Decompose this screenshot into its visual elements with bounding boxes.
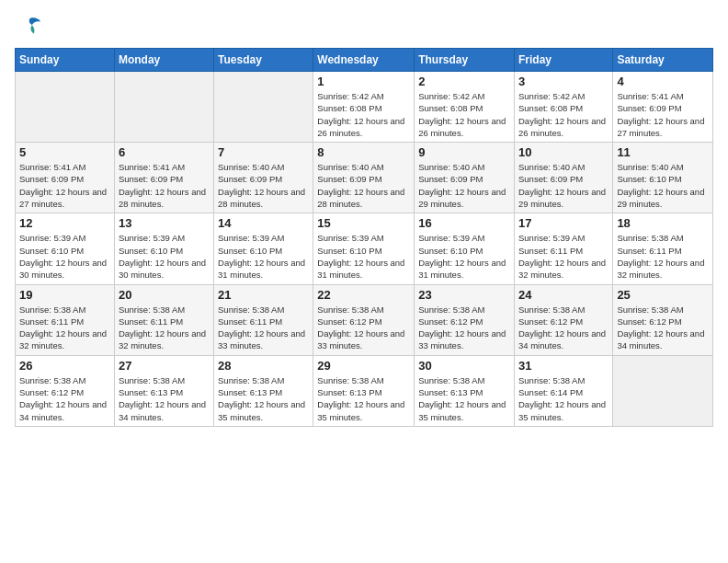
calendar-cell: 3Sunrise: 5:42 AM Sunset: 6:08 PM Daylig… <box>514 72 612 143</box>
day-info: Sunrise: 5:38 AM Sunset: 6:14 PM Dayligh… <box>518 374 609 423</box>
day-info: Sunrise: 5:38 AM Sunset: 6:11 PM Dayligh… <box>119 304 210 352</box>
col-saturday: Saturday <box>613 49 713 72</box>
day-info: Sunrise: 5:41 AM Sunset: 6:09 PM Dayligh… <box>19 161 110 210</box>
calendar-table: Sunday Monday Tuesday Wednesday Thursday… <box>15 48 713 427</box>
col-friday: Friday <box>514 49 612 72</box>
calendar-cell: 21Sunrise: 5:38 AM Sunset: 6:11 PM Dayli… <box>214 284 313 355</box>
day-number: 24 <box>518 288 609 302</box>
day-info: Sunrise: 5:39 AM Sunset: 6:10 PM Dayligh… <box>218 232 309 281</box>
day-number: 2 <box>418 75 510 88</box>
day-info: Sunrise: 5:38 AM Sunset: 6:11 PM Dayligh… <box>617 232 709 281</box>
calendar-cell: 1Sunrise: 5:42 AM Sunset: 6:08 PM Daylig… <box>313 72 415 143</box>
day-info: Sunrise: 5:38 AM Sunset: 6:12 PM Dayligh… <box>317 304 410 352</box>
calendar-cell: 18Sunrise: 5:38 AM Sunset: 6:11 PM Dayli… <box>613 213 713 284</box>
day-info: Sunrise: 5:38 AM Sunset: 6:13 PM Dayligh… <box>119 374 210 423</box>
day-number: 29 <box>317 359 410 373</box>
day-number: 20 <box>119 288 210 302</box>
day-number: 21 <box>218 288 309 302</box>
day-number: 15 <box>317 216 410 230</box>
calendar-cell: 16Sunrise: 5:39 AM Sunset: 6:10 PM Dayli… <box>415 213 515 284</box>
col-thursday: Thursday <box>415 49 515 72</box>
day-info: Sunrise: 5:38 AM Sunset: 6:12 PM Dayligh… <box>518 304 609 352</box>
day-number: 12 <box>19 216 110 230</box>
day-number: 16 <box>418 216 510 230</box>
col-sunday: Sunday <box>16 49 115 72</box>
calendar-cell: 9Sunrise: 5:40 AM Sunset: 6:09 PM Daylig… <box>415 143 515 213</box>
calendar-cell: 7Sunrise: 5:40 AM Sunset: 6:09 PM Daylig… <box>214 143 313 213</box>
calendar-cell <box>613 355 713 426</box>
calendar-week-row: 5Sunrise: 5:41 AM Sunset: 6:09 PM Daylig… <box>16 143 713 213</box>
day-number: 19 <box>19 288 110 302</box>
day-number: 13 <box>119 216 210 230</box>
calendar-cell: 19Sunrise: 5:38 AM Sunset: 6:11 PM Dayli… <box>16 284 115 355</box>
day-info: Sunrise: 5:40 AM Sunset: 6:09 PM Dayligh… <box>317 161 410 210</box>
calendar-cell: 17Sunrise: 5:39 AM Sunset: 6:11 PM Dayli… <box>514 213 612 284</box>
calendar-cell: 30Sunrise: 5:38 AM Sunset: 6:13 PM Dayli… <box>415 355 515 426</box>
col-wednesday: Wednesday <box>313 49 415 72</box>
calendar-week-row: 19Sunrise: 5:38 AM Sunset: 6:11 PM Dayli… <box>16 284 713 355</box>
day-number: 7 <box>218 145 309 159</box>
day-info: Sunrise: 5:39 AM Sunset: 6:10 PM Dayligh… <box>19 232 110 281</box>
day-info: Sunrise: 5:42 AM Sunset: 6:08 PM Dayligh… <box>317 90 410 139</box>
calendar-cell: 10Sunrise: 5:40 AM Sunset: 6:09 PM Dayli… <box>514 143 612 213</box>
day-number: 14 <box>218 216 309 230</box>
day-info: Sunrise: 5:39 AM Sunset: 6:11 PM Dayligh… <box>518 232 609 281</box>
calendar-week-row: 12Sunrise: 5:39 AM Sunset: 6:10 PM Dayli… <box>16 213 713 284</box>
day-number: 6 <box>119 145 210 159</box>
day-info: Sunrise: 5:42 AM Sunset: 6:08 PM Dayligh… <box>518 90 609 139</box>
calendar-cell: 20Sunrise: 5:38 AM Sunset: 6:11 PM Dayli… <box>114 284 213 355</box>
calendar-cell <box>16 72 115 143</box>
day-info: Sunrise: 5:38 AM Sunset: 6:12 PM Dayligh… <box>418 304 510 352</box>
calendar-cell: 8Sunrise: 5:40 AM Sunset: 6:09 PM Daylig… <box>313 143 415 213</box>
day-number: 17 <box>518 216 609 230</box>
day-info: Sunrise: 5:41 AM Sunset: 6:09 PM Dayligh… <box>617 90 709 139</box>
calendar-cell: 29Sunrise: 5:38 AM Sunset: 6:13 PM Dayli… <box>313 355 415 426</box>
day-info: Sunrise: 5:38 AM Sunset: 6:12 PM Dayligh… <box>617 304 709 352</box>
day-info: Sunrise: 5:39 AM Sunset: 6:10 PM Dayligh… <box>119 232 210 281</box>
day-info: Sunrise: 5:39 AM Sunset: 6:10 PM Dayligh… <box>418 232 510 281</box>
day-number: 26 <box>19 359 110 373</box>
calendar-cell: 27Sunrise: 5:38 AM Sunset: 6:13 PM Dayli… <box>114 355 213 426</box>
day-number: 18 <box>617 216 709 230</box>
calendar-week-row: 1Sunrise: 5:42 AM Sunset: 6:08 PM Daylig… <box>16 72 713 143</box>
day-info: Sunrise: 5:38 AM Sunset: 6:11 PM Dayligh… <box>19 304 110 352</box>
day-number: 22 <box>317 288 410 302</box>
day-info: Sunrise: 5:40 AM Sunset: 6:09 PM Dayligh… <box>418 161 510 210</box>
calendar-cell: 11Sunrise: 5:40 AM Sunset: 6:10 PM Dayli… <box>613 143 713 213</box>
day-number: 25 <box>617 288 709 302</box>
day-info: Sunrise: 5:40 AM Sunset: 6:09 PM Dayligh… <box>218 161 309 210</box>
calendar-cell: 13Sunrise: 5:39 AM Sunset: 6:10 PM Dayli… <box>114 213 213 284</box>
day-info: Sunrise: 5:40 AM Sunset: 6:09 PM Dayligh… <box>518 161 609 210</box>
calendar-cell: 22Sunrise: 5:38 AM Sunset: 6:12 PM Dayli… <box>313 284 415 355</box>
calendar-cell: 31Sunrise: 5:38 AM Sunset: 6:14 PM Dayli… <box>514 355 612 426</box>
day-info: Sunrise: 5:38 AM Sunset: 6:13 PM Dayligh… <box>317 374 410 423</box>
day-number: 8 <box>317 145 410 159</box>
logo <box>15 15 42 40</box>
header <box>15 15 713 40</box>
col-tuesday: Tuesday <box>214 49 313 72</box>
day-info: Sunrise: 5:41 AM Sunset: 6:09 PM Dayligh… <box>119 161 210 210</box>
day-info: Sunrise: 5:42 AM Sunset: 6:08 PM Dayligh… <box>418 90 510 139</box>
day-info: Sunrise: 5:39 AM Sunset: 6:10 PM Dayligh… <box>317 232 410 281</box>
calendar-cell: 28Sunrise: 5:38 AM Sunset: 6:13 PM Dayli… <box>214 355 313 426</box>
calendar-week-row: 26Sunrise: 5:38 AM Sunset: 6:12 PM Dayli… <box>16 355 713 426</box>
day-info: Sunrise: 5:38 AM Sunset: 6:13 PM Dayligh… <box>218 374 309 423</box>
calendar-cell: 24Sunrise: 5:38 AM Sunset: 6:12 PM Dayli… <box>514 284 612 355</box>
day-number: 28 <box>218 359 309 373</box>
day-info: Sunrise: 5:38 AM Sunset: 6:12 PM Dayligh… <box>19 374 110 423</box>
day-number: 3 <box>518 75 609 88</box>
day-number: 30 <box>418 359 510 373</box>
day-number: 9 <box>418 145 510 159</box>
day-number: 4 <box>617 75 709 88</box>
day-number: 11 <box>617 145 709 159</box>
day-number: 1 <box>317 75 410 88</box>
calendar-cell: 26Sunrise: 5:38 AM Sunset: 6:12 PM Dayli… <box>16 355 115 426</box>
calendar-cell: 6Sunrise: 5:41 AM Sunset: 6:09 PM Daylig… <box>114 143 213 213</box>
calendar-cell: 14Sunrise: 5:39 AM Sunset: 6:10 PM Dayli… <box>214 213 313 284</box>
calendar-cell: 4Sunrise: 5:41 AM Sunset: 6:09 PM Daylig… <box>613 72 713 143</box>
calendar-cell: 23Sunrise: 5:38 AM Sunset: 6:12 PM Dayli… <box>415 284 515 355</box>
calendar-cell: 2Sunrise: 5:42 AM Sunset: 6:08 PM Daylig… <box>415 72 515 143</box>
day-number: 23 <box>418 288 510 302</box>
calendar-cell: 25Sunrise: 5:38 AM Sunset: 6:12 PM Dayli… <box>613 284 713 355</box>
day-number: 27 <box>119 359 210 373</box>
